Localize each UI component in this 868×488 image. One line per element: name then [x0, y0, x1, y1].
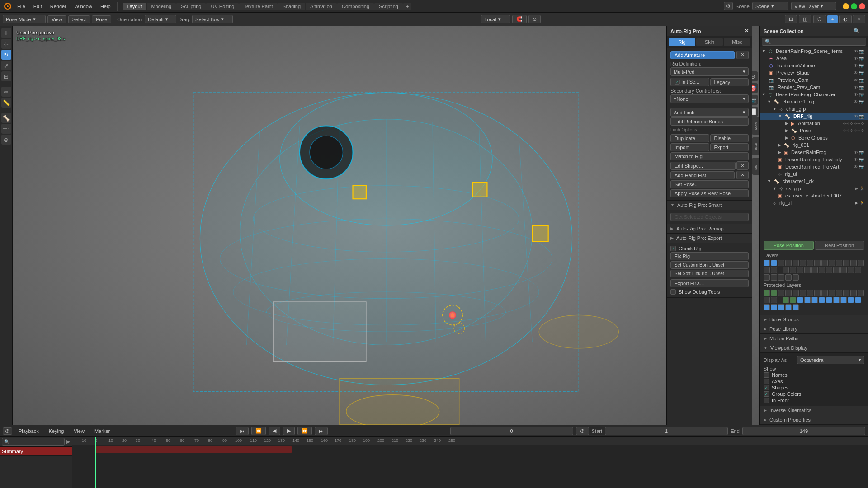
player-6[interactable] — [800, 290, 806, 296]
axes-check[interactable] — [764, 379, 769, 384]
shapes-check[interactable] — [764, 385, 769, 390]
tab-add[interactable]: + — [403, 3, 411, 10]
timeline-track-area[interactable] — [72, 445, 868, 488]
player-9[interactable] — [821, 290, 828, 296]
layer-32[interactable] — [793, 274, 799, 281]
bone-groups-section[interactable]: ▶ Bone Groups — [760, 315, 868, 324]
viewport-display-section[interactable]: ▼ Viewport Display — [760, 343, 868, 353]
menu-window[interactable]: Window — [71, 3, 96, 10]
player-24[interactable] — [833, 297, 840, 303]
init-sc-check[interactable] — [675, 80, 680, 85]
set-pose-btn[interactable]: Set Pose... — [670, 180, 749, 188]
legacy-btn[interactable]: Legacy — [710, 78, 749, 86]
player-32[interactable] — [793, 304, 799, 310]
visibility-icon[interactable]: 👁 — [854, 49, 858, 54]
tab-shading[interactable]: Shading — [278, 3, 305, 10]
player-8[interactable] — [814, 290, 821, 296]
player-4[interactable] — [785, 290, 792, 296]
scene-item-Animation[interactable]: ▶ ▶ Animation ⊹⊹⊹⊹⊹⊹ — [760, 120, 868, 127]
annotate-tool[interactable]: ✏ — [1, 87, 11, 97]
xray-btn[interactable]: ◫ — [799, 15, 811, 23]
start-frame-input[interactable]: 1 — [605, 427, 728, 435]
move-tool[interactable]: ⊹ — [1, 39, 11, 49]
engine-icon[interactable]: ⚙ — [724, 2, 733, 10]
layer-26[interactable] — [848, 267, 854, 273]
timeline-right-panel[interactable]: -10 0 10 20 30 40 50 60 70 80 90 100 110… — [72, 437, 868, 488]
in-front-check[interactable] — [764, 398, 769, 403]
item-tab[interactable]: Item — [752, 137, 759, 155]
player-31[interactable] — [785, 304, 792, 310]
layer-18[interactable] — [790, 267, 796, 273]
set-custom-bones-btn[interactable]: Set Custom Bon... Unset — [670, 261, 749, 269]
layer-21[interactable] — [811, 267, 818, 273]
mode-select[interactable]: Pose Mode▾ — [3, 15, 46, 23]
import-btn[interactable]: Import — [670, 143, 709, 151]
pose-position-btn[interactable]: Pose Position — [764, 241, 814, 250]
scale-tool[interactable]: ⤢ — [1, 61, 11, 70]
add-armature-close[interactable]: ✕ — [736, 51, 749, 59]
view-menu[interactable]: View — [70, 427, 88, 435]
show-debug-check[interactable] — [670, 289, 676, 295]
init-sc-btn[interactable]: Init Sc... — [670, 78, 709, 86]
track-playhead[interactable] — [95, 445, 96, 488]
scene-item-rig-001[interactable]: ▶ 🦴 rig_001 — [760, 141, 868, 149]
layer-15[interactable] — [764, 267, 770, 273]
layer-29[interactable] — [771, 274, 777, 281]
layer-24[interactable] — [833, 267, 840, 273]
group-colors-check[interactable] — [764, 391, 769, 397]
layer-5[interactable] — [793, 260, 799, 266]
proportional-edit[interactable]: ⊙ — [528, 15, 541, 23]
layer-19[interactable] — [797, 267, 803, 273]
autorig-close[interactable]: ✕ — [745, 28, 749, 34]
player-28[interactable] — [764, 304, 770, 310]
layer-13[interactable] — [850, 260, 857, 266]
marker-menu[interactable]: Marker — [91, 427, 113, 435]
motion-paths-section[interactable]: ▶ Motion Paths — [760, 334, 868, 343]
fix-rig-btn[interactable]: Fix Rig — [670, 252, 749, 260]
tab-modeling[interactable]: Modeling — [147, 3, 176, 10]
current-frame-display[interactable]: 0 — [450, 427, 573, 435]
jump-start-btn[interactable]: ⏮ — [236, 427, 249, 435]
scene-item-character1-ck[interactable]: ▼ 🦴 character1_ck — [760, 178, 868, 185]
player-20[interactable] — [804, 297, 811, 303]
push-pull-tool[interactable]: ⊛ — [1, 135, 11, 145]
player-13[interactable] — [850, 290, 857, 296]
pivot-select[interactable]: Local▾ — [481, 15, 510, 23]
get-selected-objects-btn[interactable]: Get Selected Objects — [670, 213, 749, 221]
layer-23[interactable] — [826, 267, 832, 273]
scene-item-DesertRainFrog-Scene-Items[interactable]: ▼ ⬡ DesertRainFrog_Scene_Items 👁 📷 — [760, 47, 868, 55]
hand-fist-close[interactable]: ✕ — [736, 171, 749, 179]
player-16[interactable] — [771, 297, 777, 303]
maximize-btn[interactable] — [851, 3, 857, 9]
player-2[interactable] — [771, 290, 777, 296]
end-frame-input[interactable]: 149 — [742, 427, 865, 435]
timeline-playhead[interactable] — [95, 437, 96, 445]
add-hand-fist-btn[interactable]: Add Hand Fist — [670, 171, 735, 179]
scene-item-IrradianceVolume[interactable]: ⬡ IrradianceVolume 👁 📷 — [760, 62, 868, 69]
select-btn[interactable]: Select — [68, 15, 90, 23]
layer-1[interactable] — [764, 260, 770, 266]
relax-tool[interactable]: 〰 — [1, 124, 11, 134]
orientation-select[interactable]: Default▾ — [145, 15, 176, 23]
remap-section-header[interactable]: ▶ Auto-Rig Pro: Remap — [667, 224, 752, 234]
display-as-dropdown[interactable]: Octahedral▾ — [797, 356, 864, 364]
player-19[interactable] — [797, 297, 803, 303]
transform-tool[interactable]: ⊞ — [1, 71, 11, 81]
layer-25[interactable] — [840, 267, 847, 273]
edit-ref-bones-btn[interactable]: Edit Reference Bones — [670, 117, 749, 126]
layer-31[interactable] — [785, 274, 792, 281]
cursor-tool[interactable]: ✛ — [1, 28, 11, 38]
tool-tab[interactable]: Tool — [752, 158, 759, 175]
scene-item-DesertRainFrog[interactable]: ▶ ▣ DesertRainFrog 👁 📷 — [760, 149, 868, 156]
scene-item-DesertRainFrog-LowPoly[interactable]: ▣ DesertRainFrog_LowPoly 👁 📷 — [760, 156, 868, 163]
scene-item-DRF-rig[interactable]: ▼ 🦴 DRF_rig 👁 📷 — [760, 113, 868, 120]
export-fbx-btn[interactable]: Export FBX... — [670, 279, 749, 287]
apply-pose-rest-btn[interactable]: Apply Pose as Rest Pose — [670, 189, 749, 197]
scene-item-Pose[interactable]: ▶ 🦴 Pose ⊹⊹⊹⊹⊹⊹ — [760, 127, 868, 134]
layer-11[interactable] — [836, 260, 842, 266]
scene-item-cs-grp[interactable]: ▼ ⊹ cs_grp ▶ 🏃 — [760, 185, 868, 192]
view-layer-select[interactable]: View Layer▾ — [791, 2, 836, 10]
menu-render[interactable]: Render — [47, 3, 70, 10]
layer-3[interactable] — [778, 260, 784, 266]
player-5[interactable] — [793, 290, 799, 296]
